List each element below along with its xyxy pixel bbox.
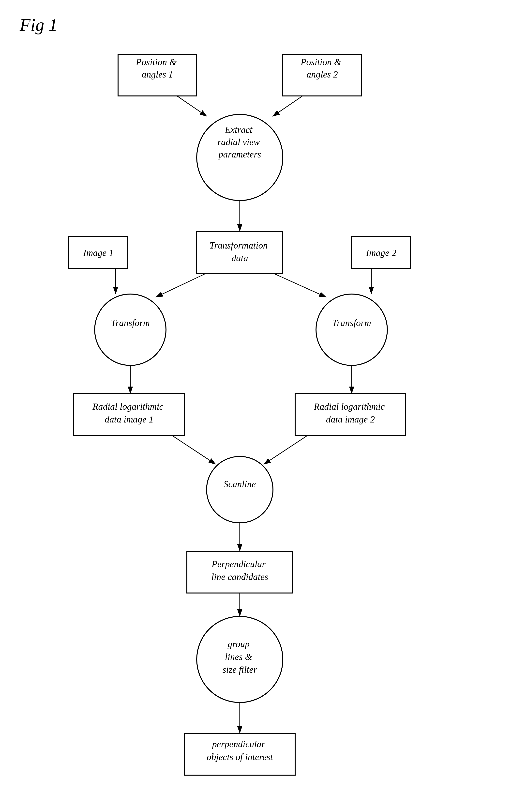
svg-line-11: [264, 436, 307, 464]
group-lines-label: group lines & size filter: [222, 639, 257, 675]
transform-1-label: Transform: [111, 318, 150, 328]
svg-line-6: [273, 273, 326, 297]
svg-line-1: [177, 96, 207, 116]
svg-line-2: [273, 96, 302, 116]
scanline-label: Scanline: [224, 479, 256, 489]
diagram-container: Position & angles 1 Position & angles 2 …: [0, 39, 512, 812]
page-title: Fig 1: [20, 15, 58, 35]
svg-line-5: [156, 273, 207, 297]
transform-2-circle: [316, 294, 387, 366]
transform-2-label: Transform: [332, 318, 371, 328]
scanline-circle: [207, 457, 273, 523]
image-2-label: Image 2: [366, 248, 396, 258]
transformation-data-box: [197, 231, 283, 273]
image-1-label: Image 1: [83, 248, 113, 258]
svg-line-10: [172, 436, 215, 464]
transform-1-circle: [95, 294, 166, 366]
